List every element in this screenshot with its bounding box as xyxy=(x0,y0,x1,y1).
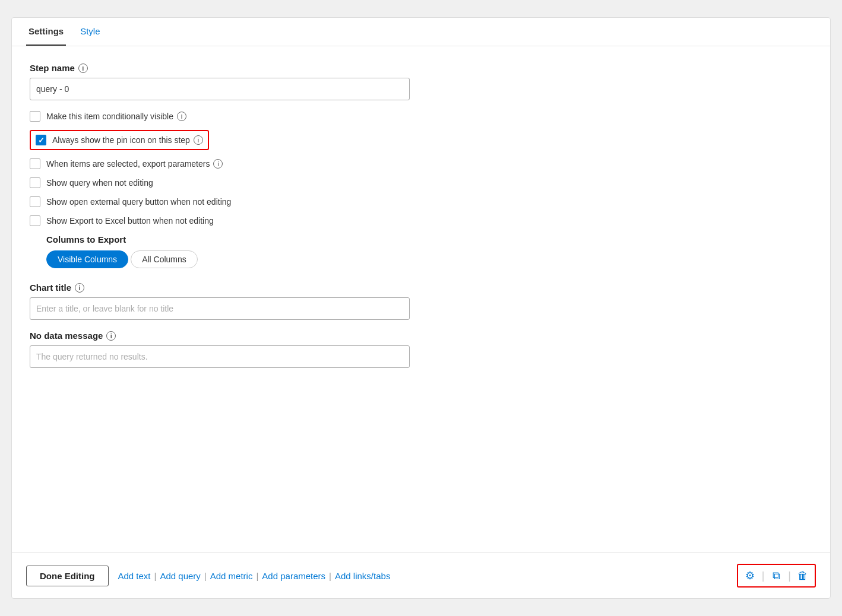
step-name-info-icon[interactable]: i xyxy=(78,63,88,73)
checkbox-label-conditional: Make this item conditionally visible i xyxy=(46,112,186,121)
checkbox-row-show-query: Show query when not editing xyxy=(30,177,812,188)
tab-style[interactable]: Style xyxy=(78,18,102,46)
icon-sep-1: | xyxy=(762,570,765,582)
tab-settings[interactable]: Settings xyxy=(26,18,66,46)
checkbox-label-show-excel: Show Export to Excel button when not edi… xyxy=(46,216,214,226)
icon-sep-2: | xyxy=(788,570,791,582)
checkbox-row-export-params: When items are selected, export paramete… xyxy=(30,158,812,169)
add-links-tabs-link[interactable]: Add links/tabs xyxy=(335,571,390,581)
checkbox-row-conditional: Make this item conditionally visible i xyxy=(30,111,812,122)
tabs-bar: Settings Style xyxy=(12,18,830,46)
no-data-message-input[interactable] xyxy=(30,345,410,368)
checkbox-export-params[interactable] xyxy=(30,158,40,169)
chart-title-label: Chart title i xyxy=(30,282,812,293)
checkbox-label-show-query: Show query when not editing xyxy=(46,178,153,188)
delete-icon[interactable]: 🗑 xyxy=(793,566,812,585)
all-columns-btn[interactable]: All Columns xyxy=(131,250,198,268)
sep-3: | xyxy=(256,571,258,581)
no-data-info-icon[interactable]: i xyxy=(106,331,116,341)
step-name-label: Step name i xyxy=(30,63,812,73)
sep-2: | xyxy=(204,571,207,581)
checkbox-show-excel[interactable] xyxy=(30,215,40,226)
settings-content: Step name i Make this item conditionally… xyxy=(12,46,830,553)
checkbox-show-external[interactable] xyxy=(30,196,40,207)
checkbox-row-show-excel: Show Export to Excel button when not edi… xyxy=(30,215,812,226)
no-data-message-label: No data message i xyxy=(30,331,812,341)
done-editing-button[interactable]: Done Editing xyxy=(26,566,109,586)
conditional-info-icon[interactable]: i xyxy=(177,112,186,121)
checkbox-label-always-pin: Always show the pin icon on this step i xyxy=(52,135,203,145)
export-params-info-icon[interactable]: i xyxy=(213,159,223,169)
step-name-input[interactable] xyxy=(30,78,410,100)
columns-export-label: Columns to Export xyxy=(46,234,812,245)
checkbox-conditional[interactable] xyxy=(30,111,40,122)
sep-1: | xyxy=(154,571,157,581)
checkbox-row-show-external: Show open external query button when not… xyxy=(30,196,812,207)
checkbox-label-export-params: When items are selected, export paramete… xyxy=(46,159,223,169)
columns-export-section: Columns to Export Visible Columns All Co… xyxy=(30,234,812,268)
always-pin-info-icon[interactable]: i xyxy=(194,135,203,145)
checkbox-show-query[interactable] xyxy=(30,177,40,188)
checkbox-row-always-pin-highlighted: Always show the pin icon on this step i xyxy=(30,130,209,150)
footer-action-icons: ⚙ | ⧉ | 🗑 xyxy=(737,564,816,588)
add-text-link[interactable]: Add text xyxy=(118,571,151,581)
chart-title-info-icon[interactable]: i xyxy=(75,283,84,293)
chart-title-input[interactable] xyxy=(30,297,410,320)
gear-icon[interactable]: ⚙ xyxy=(740,566,759,585)
sep-4: | xyxy=(329,571,331,581)
add-metric-link[interactable]: Add metric xyxy=(210,571,253,581)
checkbox-always-pin[interactable] xyxy=(36,135,46,145)
columns-toggle-group: Visible Columns All Columns xyxy=(46,250,812,268)
settings-panel: Settings Style Step name i Make this ite… xyxy=(11,17,831,599)
footer-links: Add text | Add query | Add metric | Add … xyxy=(118,571,418,581)
checkbox-label-show-external: Show open external query button when not… xyxy=(46,197,231,207)
add-query-link[interactable]: Add query xyxy=(160,571,200,581)
add-parameters-link[interactable]: Add parameters xyxy=(262,571,325,581)
copy-icon[interactable]: ⧉ xyxy=(767,566,786,585)
visible-columns-btn[interactable]: Visible Columns xyxy=(46,250,128,268)
footer: Done Editing Add text | Add query | Add … xyxy=(12,553,830,598)
